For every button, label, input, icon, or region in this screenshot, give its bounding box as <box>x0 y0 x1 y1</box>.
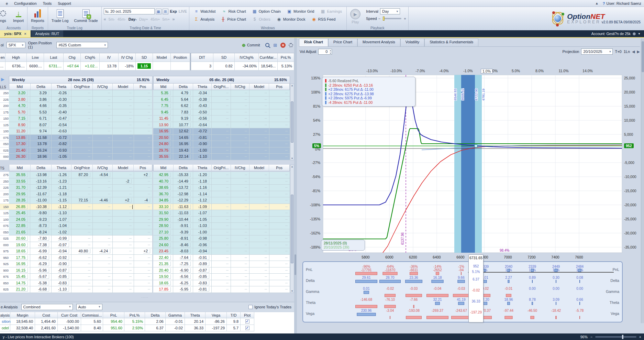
chain-cell[interactable] <box>93 122 113 129</box>
chain-cell[interactable] <box>231 274 249 280</box>
symbol-select[interactable]: SPX▼ <box>7 42 25 48</box>
puts-scrollbar[interactable]: ▲▼ <box>290 165 294 293</box>
chain-row[interactable]: 18.65-6.25-0.83 <box>153 280 290 287</box>
chain-cell[interactable]: -1.05 <box>193 217 212 223</box>
chain-cell[interactable]: -7.38 <box>30 242 52 249</box>
nav-back-icon[interactable]: « <box>104 17 106 22</box>
chain-cell[interactable] <box>212 274 231 280</box>
chain-cell[interactable]: -6.62 <box>30 255 52 261</box>
chain-cell[interactable]: 3.86 <box>30 97 52 103</box>
chain-cell[interactable] <box>93 267 113 274</box>
chain-row[interactable]: 3.203.29-0.26 <box>9 90 153 97</box>
chain-cell[interactable] <box>113 248 134 255</box>
menu-item-configuration[interactable]: Configuration <box>11 1 40 6</box>
zoom-icon[interactable] <box>265 42 270 48</box>
close-position-icon[interactable]: × <box>280 42 286 48</box>
chain-cell[interactable]: -0.97 <box>52 242 71 249</box>
chain-cell[interactable]: 25.80 <box>153 235 173 242</box>
chain-row[interactable]: 40.70-14.49-1.18 <box>153 178 290 185</box>
chain-row[interactable]: 16.15-5.96-0.87 <box>9 267 153 274</box>
analysis-mode-select[interactable]: Combined▼ <box>21 304 73 310</box>
chain-cell[interactable] <box>231 128 249 135</box>
chain-row[interactable]: 11.209.74-0.63 <box>9 128 153 135</box>
chain-cell[interactable] <box>134 280 153 287</box>
import-button[interactable]: ↓ Import <box>12 8 25 23</box>
chain-cell[interactable]: -1.12 <box>52 204 71 210</box>
chain-cell[interactable]: 8.07 <box>30 122 52 129</box>
chain-cell[interactable]: -1.04 <box>52 223 71 229</box>
window-button-watchlist[interactable]: ≡Watchlist <box>191 8 218 14</box>
chain-cell[interactable] <box>212 185 231 191</box>
chain-cell[interactable]: 9.19 <box>173 116 193 122</box>
chain-cell[interactable]: 21.35 <box>153 261 173 267</box>
chain-cell[interactable] <box>212 178 231 185</box>
chain-cell[interactable] <box>231 286 249 293</box>
chain-cell[interactable] <box>231 154 249 160</box>
chain-row[interactable]: 27.10-9.39-1.00 <box>153 229 290 236</box>
chain-row[interactable]: 9.457.83-0.50 <box>153 109 290 116</box>
chain-cell[interactable] <box>212 223 231 229</box>
chain-cell[interactable] <box>113 235 134 242</box>
chain-cell[interactable]: 11.20 <box>9 128 30 135</box>
chain-row[interactable]: 33.55-13.16-1.23-2 <box>9 178 153 185</box>
menu-item-tools[interactable]: Tools <box>40 1 55 6</box>
chain-cell[interactable]: -0.83 <box>52 280 71 287</box>
chain-row[interactable]: 28.50-9.91-1.03 <box>153 223 290 229</box>
chain-cell[interactable] <box>212 172 231 178</box>
chain-cell[interactable]: -1.00 <box>193 229 212 236</box>
chain-cell[interactable]: -1.09 <box>193 204 212 210</box>
chain-cell[interactable] <box>93 280 113 287</box>
chain-cell[interactable] <box>269 109 290 116</box>
chain-cell[interactable]: 18.65 <box>153 280 173 287</box>
chain-cell[interactable] <box>212 109 231 116</box>
chain-cell[interactable]: -10.44 <box>173 217 193 223</box>
chain-row[interactable]: 36.70-12.98-1.14 <box>153 191 290 198</box>
chain-cell[interactable] <box>93 185 113 191</box>
chain-cell[interactable] <box>231 235 249 242</box>
chain-cell[interactable]: -11.00 <box>30 197 52 204</box>
chain-cell[interactable]: 4.70 <box>9 103 30 109</box>
chain-cell[interactable] <box>231 255 249 261</box>
chain-cell[interactable]: 7.83 <box>173 109 193 116</box>
chain-cell[interactable] <box>231 116 249 122</box>
chain-cell[interactable]: -0.98 <box>193 235 212 242</box>
window-button-monitor-grid[interactable]: ▣Monitor Grid <box>285 8 317 14</box>
chain-cell[interactable]: 15.45 <box>9 274 30 280</box>
chain-cell[interactable] <box>249 242 269 249</box>
chain-cell[interactable] <box>71 210 93 217</box>
chain-cell[interactable]: 49.80 <box>71 248 93 255</box>
chain-cell[interactable]: -0.72 <box>52 135 71 141</box>
chain-cell[interactable] <box>134 103 153 109</box>
chain-cell[interactable] <box>71 90 93 97</box>
chain-cell[interactable] <box>212 116 231 122</box>
speed-slider[interactable] <box>383 18 401 19</box>
chain-cell[interactable]: 31.50 <box>153 210 173 217</box>
chain-cell[interactable]: -1.02 <box>52 229 71 236</box>
chain-cell[interactable] <box>269 242 290 249</box>
chain-cell[interactable]: 3.20 <box>9 90 30 97</box>
chain-cell[interactable]: 13.90 <box>153 122 173 129</box>
chain-cell[interactable]: 19.60 <box>9 242 30 249</box>
chain-cell[interactable]: -4.24 <box>93 248 113 255</box>
chain-cell[interactable]: -0.47 <box>52 116 71 122</box>
chain-cell[interactable] <box>269 90 290 97</box>
chain-cell[interactable]: -0.99 <box>52 235 71 242</box>
chain-cell[interactable]: -11.63 <box>173 204 193 210</box>
chain-cell[interactable] <box>212 147 231 154</box>
chain-cell[interactable] <box>231 191 249 198</box>
chain-cell[interactable] <box>93 147 113 154</box>
chain-cell[interactable]: -0.85 <box>193 274 212 280</box>
chain-cell[interactable] <box>269 185 290 191</box>
chain-cell[interactable] <box>71 141 93 147</box>
chain-row[interactable]: 11.459.19-0.56 <box>153 116 290 122</box>
chain-cell[interactable] <box>269 235 290 242</box>
chain-cell[interactable] <box>212 210 231 217</box>
chain-row[interactable]: 33.10-11.63-1.09 <box>153 204 290 210</box>
chain-cell[interactable] <box>212 122 231 129</box>
chain-cell[interactable]: -12.29 <box>173 197 193 204</box>
chain-cell[interactable] <box>269 103 290 109</box>
chain-cell[interactable] <box>134 229 153 236</box>
next-icon[interactable]: ▶ <box>637 50 640 54</box>
chain-cell[interactable]: 8.90 <box>9 122 30 129</box>
chain-cell[interactable] <box>249 217 269 223</box>
